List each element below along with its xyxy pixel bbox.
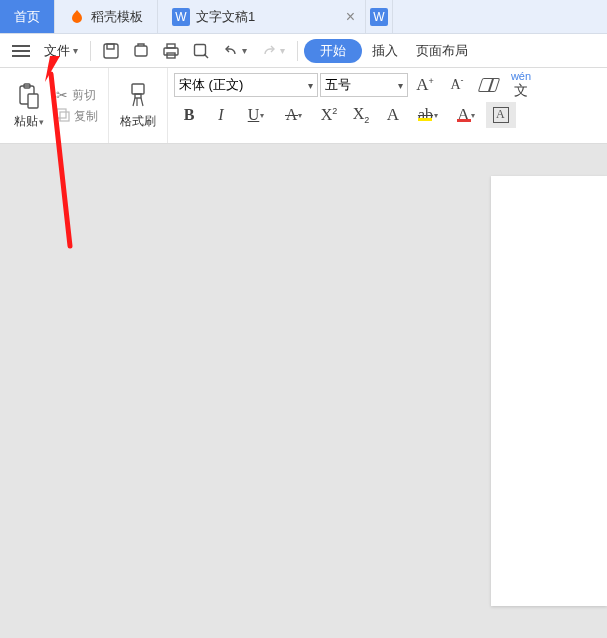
highlight-color-button[interactable]: ab▾ bbox=[410, 102, 446, 128]
tab-home[interactable]: 首页 bbox=[0, 0, 55, 33]
cut-label: 剪切 bbox=[72, 87, 96, 104]
tab-docshell[interactable]: 稻壳模板 bbox=[55, 0, 158, 33]
chevron-down-icon: ▾ bbox=[434, 111, 438, 120]
clear-format-button[interactable] bbox=[474, 72, 504, 98]
bold-icon: B bbox=[184, 106, 195, 124]
menu-start[interactable]: 开始 bbox=[304, 39, 362, 63]
print-button[interactable] bbox=[157, 38, 185, 64]
copy-button[interactable]: 复制 bbox=[56, 108, 98, 125]
tab-document-trailing[interactable]: W bbox=[366, 0, 393, 33]
separator bbox=[90, 41, 91, 61]
chevron-down-icon: ▾ bbox=[298, 111, 302, 120]
font-color-icon: A bbox=[457, 105, 469, 125]
svg-rect-10 bbox=[28, 94, 38, 108]
print-preview-button[interactable] bbox=[127, 38, 155, 64]
chevron-down-icon: ▾ bbox=[308, 80, 313, 91]
bold-button[interactable]: B bbox=[174, 102, 204, 128]
font-group: 宋体 (正文) ▾ 五号 ▾ A+ A- wén 文 B I bbox=[168, 68, 607, 143]
tab-document-1[interactable]: W 文字文稿1 × bbox=[158, 0, 366, 33]
word-doc-icon: W bbox=[172, 8, 190, 26]
shrink-font-button[interactable]: A- bbox=[442, 72, 472, 98]
undo-button[interactable]: ▾ bbox=[217, 38, 253, 64]
brush-icon bbox=[126, 81, 150, 111]
ribbon-toolbar: 粘贴▾ ✂ 剪切 复制 格式刷 bbox=[0, 68, 607, 144]
change-case-button[interactable]: A bbox=[378, 102, 408, 128]
chevron-down-icon: ▾ bbox=[39, 117, 44, 127]
change-case-icon: A bbox=[387, 105, 399, 125]
file-menu-label: 文件 bbox=[44, 42, 70, 60]
docshell-icon bbox=[69, 9, 85, 25]
save-button[interactable] bbox=[97, 38, 125, 64]
menu-insert[interactable]: 插入 bbox=[364, 42, 406, 60]
svg-rect-14 bbox=[135, 94, 141, 98]
grow-font-icon: A+ bbox=[416, 75, 434, 95]
svg-rect-3 bbox=[164, 48, 178, 55]
strikethrough-button[interactable]: A▾ bbox=[276, 102, 312, 128]
separator bbox=[297, 41, 298, 61]
paste-icon bbox=[16, 81, 42, 111]
tab-close-icon[interactable]: × bbox=[340, 8, 361, 26]
print-icon bbox=[162, 42, 180, 60]
svg-rect-5 bbox=[167, 44, 175, 48]
tab-docshell-label: 稻壳模板 bbox=[91, 8, 143, 26]
eraser-icon bbox=[478, 78, 501, 92]
italic-icon: I bbox=[218, 106, 223, 124]
svg-rect-2 bbox=[135, 46, 147, 56]
superscript-icon: X2 bbox=[321, 106, 338, 124]
menu-pagelayout-label: 页面布局 bbox=[416, 43, 468, 58]
paste-button[interactable]: 粘贴▾ bbox=[6, 81, 52, 130]
preview-button[interactable] bbox=[187, 38, 215, 64]
document-page[interactable] bbox=[491, 176, 607, 606]
shrink-font-icon: A- bbox=[450, 77, 463, 93]
subscript-button[interactable]: X2 bbox=[346, 102, 376, 128]
char-shading-icon bbox=[493, 107, 509, 123]
menu-bar: 文件 ▾ ▾ ▾ 开始 插入 页面布局 bbox=[0, 34, 607, 68]
chevron-down-icon: ▾ bbox=[471, 111, 475, 120]
italic-button[interactable]: I bbox=[206, 102, 236, 128]
editor-area[interactable] bbox=[0, 144, 607, 638]
svg-rect-6 bbox=[195, 44, 206, 55]
phonetic-guide-button[interactable]: wén 文 bbox=[506, 72, 536, 98]
font-name-value: 宋体 (正文) bbox=[179, 76, 243, 94]
svg-rect-13 bbox=[132, 84, 144, 94]
paste-label: 粘贴 bbox=[14, 113, 38, 130]
svg-rect-0 bbox=[104, 44, 118, 58]
highlight-icon: ab bbox=[418, 106, 433, 124]
copy-label: 复制 bbox=[74, 108, 98, 125]
chevron-down-icon: ▾ bbox=[73, 45, 78, 56]
font-color-button[interactable]: A▾ bbox=[448, 102, 484, 128]
cut-button[interactable]: ✂ 剪切 bbox=[56, 87, 98, 104]
char-shading-button[interactable] bbox=[486, 102, 516, 128]
menu-pagelayout[interactable]: 页面布局 bbox=[408, 42, 476, 60]
scissors-icon: ✂ bbox=[56, 87, 68, 103]
app-menu-button[interactable] bbox=[6, 38, 36, 64]
hamburger-icon bbox=[12, 45, 30, 57]
chevron-down-icon: ▾ bbox=[398, 80, 403, 91]
subscript-icon: X2 bbox=[353, 105, 370, 125]
font-name-combo[interactable]: 宋体 (正文) ▾ bbox=[174, 73, 318, 97]
chevron-down-icon: ▾ bbox=[242, 45, 247, 56]
save-icon bbox=[102, 42, 120, 60]
chevron-down-icon: ▾ bbox=[280, 45, 285, 56]
format-painter-label: 格式刷 bbox=[120, 113, 156, 130]
clipboard-group: 粘贴▾ ✂ 剪切 复制 bbox=[0, 68, 109, 143]
font-size-value: 五号 bbox=[325, 76, 351, 94]
magnify-icon bbox=[192, 42, 210, 60]
file-menu[interactable]: 文件 ▾ bbox=[38, 38, 84, 64]
undo-icon bbox=[223, 43, 239, 59]
tabs-bar: 首页 稻壳模板 W 文字文稿1 × W bbox=[0, 0, 607, 34]
redo-button[interactable]: ▾ bbox=[255, 38, 291, 64]
grow-font-button[interactable]: A+ bbox=[410, 72, 440, 98]
print-preview-icon bbox=[132, 42, 150, 60]
svg-rect-12 bbox=[60, 112, 69, 121]
underline-button[interactable]: U▾ bbox=[238, 102, 274, 128]
phonetic-char: 文 bbox=[514, 82, 528, 100]
font-size-combo[interactable]: 五号 ▾ bbox=[320, 73, 408, 97]
format-painter-button[interactable]: 格式刷 bbox=[115, 81, 161, 130]
superscript-button[interactable]: X2 bbox=[314, 102, 344, 128]
formatpainter-group: 格式刷 bbox=[109, 68, 168, 143]
menu-insert-label: 插入 bbox=[372, 43, 398, 58]
menu-start-label: 开始 bbox=[320, 43, 346, 58]
copy-icon bbox=[56, 108, 70, 125]
redo-icon bbox=[261, 43, 277, 59]
